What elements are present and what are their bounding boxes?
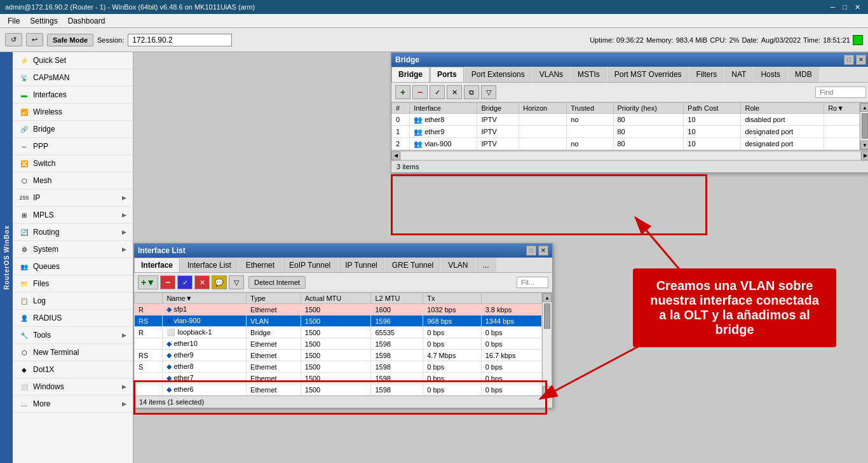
bridge-tab-ports[interactable]: Ports bbox=[430, 67, 464, 82]
sidebar-item-tools[interactable]: 🔧 Tools ▶ bbox=[13, 327, 133, 344]
sidebar-item-mesh[interactable]: ⬡ Mesh bbox=[13, 172, 133, 190]
sidebar-item-system[interactable]: ⚙ System ▶ bbox=[13, 241, 133, 258]
sidebar-label-tools: Tools bbox=[33, 331, 51, 340]
iface-table-row[interactable]: R◆ sfp1Ethernet150016001032 bps3.8 kbps bbox=[135, 304, 542, 315]
iface-table-row[interactable]: ◆ ether7Ethernet150015980 bps0 bps bbox=[135, 373, 542, 384]
sidebar-item-queues[interactable]: 👥 Queues bbox=[13, 258, 133, 275]
sidebar-item-files[interactable]: 📁 Files bbox=[13, 275, 133, 293]
bridge-scrollbar[interactable]: ▲ ▼ bbox=[860, 102, 868, 150]
sidebar-item-bridge[interactable]: 🔗 Bridge bbox=[13, 121, 133, 138]
sidebar-item-interfaces[interactable]: ▬ Interfaces bbox=[13, 86, 133, 104]
iface-scroll-up[interactable]: ▲ bbox=[543, 293, 552, 302]
iface-table-row[interactable]: RS◆ vlan-900VLAN15001596968 bps1344 bps bbox=[135, 315, 542, 327]
bridge-tab-mdb[interactable]: MDB bbox=[788, 67, 819, 82]
iface-table-row[interactable]: S◆ ether8Ethernet150015980 bps0 bps bbox=[135, 361, 542, 373]
iface-cell-flag bbox=[135, 384, 163, 396]
title-bar-controls[interactable]: ─ □ ✕ bbox=[828, 3, 863, 11]
back-button[interactable]: ↩ bbox=[26, 33, 43, 46]
iface-tab-eoip[interactable]: EoIP Tunnel bbox=[282, 258, 337, 272]
iface-table-row[interactable]: ◆ ether6Ethernet150015980 bps0 bps bbox=[135, 384, 542, 396]
bridge-tab-mstis[interactable]: MSTIs bbox=[571, 67, 607, 82]
bridge-tab-port-mst[interactable]: Port MST Overrides bbox=[607, 67, 689, 82]
iface-tab-more[interactable]: ... bbox=[476, 258, 496, 272]
bridge-h-scroll-right[interactable]: ▶ bbox=[861, 151, 868, 160]
sidebar-item-switch[interactable]: 🔀 Switch bbox=[13, 155, 133, 172]
iface-remove-button[interactable]: − bbox=[160, 275, 175, 289]
bridge-scroll-down[interactable]: ▼ bbox=[860, 141, 868, 149]
bridge-tab-filters[interactable]: Filters bbox=[689, 67, 724, 82]
iface-tab-vlan[interactable]: VLAN bbox=[441, 258, 475, 272]
sidebar-item-routing[interactable]: 🔄 Routing ▶ bbox=[13, 224, 133, 241]
iface-tabs: Interface Interface List Ethernet EoIP T… bbox=[134, 258, 552, 273]
sidebar-item-mpls[interactable]: ⊞ MPLS ▶ bbox=[13, 207, 133, 224]
bridge-h-scroll-track[interactable] bbox=[401, 152, 860, 160]
bridge-table-row[interactable]: 2👥 vlan-900IPTVno8010designated port bbox=[392, 138, 860, 150]
bridge-find-input[interactable] bbox=[815, 86, 866, 98]
iface-scrollbar[interactable]: ▲ ▼ bbox=[542, 293, 552, 396]
menu-dashboard[interactable]: Dashboard bbox=[63, 15, 111, 27]
sidebar-item-radius[interactable]: 👤 RADIUS bbox=[13, 310, 133, 327]
iface-table-row[interactable]: RS◆ ether9Ethernet150015984.7 Mbps16.7 k… bbox=[135, 350, 542, 361]
sidebar-item-more[interactable]: … More ▶ bbox=[13, 396, 133, 413]
bridge-filter-button[interactable]: ▽ bbox=[481, 85, 496, 99]
bridge-table-row[interactable]: 1👥 ether9IPTV8010designated port bbox=[392, 126, 860, 138]
iface-add-button[interactable]: +▼ bbox=[138, 275, 158, 289]
bridge-tab-vlans[interactable]: VLANs bbox=[532, 67, 570, 82]
bridge-tab-hosts[interactable]: Hosts bbox=[754, 67, 787, 82]
bridge-scroll-track[interactable] bbox=[860, 112, 868, 141]
iface-find-input[interactable] bbox=[517, 277, 548, 288]
iface-tab-ip-tunnel[interactable]: IP Tunnel bbox=[338, 258, 384, 272]
iface-tab-interface-list[interactable]: Interface List bbox=[180, 258, 238, 272]
iface-window-controls[interactable]: □ ✕ bbox=[526, 245, 548, 256]
bridge-copy-button[interactable]: ⧉ bbox=[464, 85, 479, 99]
iface-table-wrap[interactable]: Name▼ Type Actual MTU L2 MTU Tx R◆ sfp1E… bbox=[134, 293, 542, 396]
bridge-window-close[interactable]: ✕ bbox=[856, 55, 866, 65]
sidebar-item-new-terminal[interactable]: ⬡ New Terminal bbox=[13, 344, 133, 361]
iface-table-row[interactable]: R⬜ loopback-1Bridge1500655350 bps0 bps bbox=[135, 327, 542, 338]
sidebar-item-dot1x[interactable]: ◆ Dot1X bbox=[13, 361, 133, 378]
sidebar-item-quick-set[interactable]: ⚡ Quick Set bbox=[13, 52, 133, 69]
safe-mode-button[interactable]: Safe Mode bbox=[47, 34, 93, 46]
bridge-x-button[interactable]: ✕ bbox=[447, 85, 462, 99]
minimize-button[interactable]: ─ bbox=[828, 3, 838, 11]
iface-tab-interface[interactable]: Interface bbox=[134, 258, 180, 272]
bridge-col-horizon: Horizon bbox=[519, 103, 567, 114]
bridge-add-button[interactable]: + bbox=[395, 85, 410, 99]
restore-button[interactable]: □ bbox=[840, 3, 850, 11]
session-input[interactable] bbox=[128, 34, 232, 46]
iface-tab-gre[interactable]: GRE Tunnel bbox=[385, 258, 440, 272]
bridge-remove-button[interactable]: − bbox=[412, 85, 428, 99]
bridge-check-button[interactable]: ✓ bbox=[430, 85, 445, 99]
sidebar-item-windows[interactable]: ⬜ Windows ▶ bbox=[13, 378, 133, 396]
bridge-scroll-up[interactable]: ▲ bbox=[860, 103, 868, 112]
bridge-table-wrap[interactable]: # Interface Bridge Horizon Trusted Prior… bbox=[391, 102, 860, 150]
iface-check-button[interactable]: ✓ bbox=[177, 275, 193, 289]
menu-file[interactable]: File bbox=[3, 15, 25, 27]
iface-table-row[interactable]: ◆ ether10Ethernet150015980 bps0 bps bbox=[135, 338, 542, 350]
close-button[interactable]: ✕ bbox=[852, 3, 863, 11]
iface-comment-button[interactable]: 💬 bbox=[212, 275, 227, 289]
bridge-tab-port-extensions[interactable]: Port Extensions bbox=[465, 67, 532, 82]
sidebar-item-wireless[interactable]: 📶 Wireless bbox=[13, 104, 133, 121]
bridge-window-restore[interactable]: □ bbox=[844, 55, 854, 65]
iface-scroll-track[interactable] bbox=[543, 302, 552, 386]
detect-internet-button[interactable]: Detect Internet bbox=[248, 276, 306, 289]
bridge-table-row[interactable]: 0👥 ether8IPTVno8010disabled port bbox=[392, 114, 860, 126]
sidebar-item-capsman[interactable]: 📡 CAPsMAN bbox=[13, 69, 133, 86]
refresh-button[interactable]: ↺ bbox=[5, 33, 22, 46]
bridge-h-scrollbar[interactable]: ◀ ▶ bbox=[391, 150, 868, 160]
iface-x-button[interactable]: ✕ bbox=[194, 275, 210, 289]
bridge-window-controls[interactable]: □ ✕ bbox=[844, 55, 866, 65]
iface-tab-ethernet[interactable]: Ethernet bbox=[239, 258, 281, 272]
sidebar-item-log[interactable]: 📋 Log bbox=[13, 293, 133, 310]
bridge-tab-nat[interactable]: NAT bbox=[724, 67, 753, 82]
iface-window-restore[interactable]: □ bbox=[526, 245, 536, 256]
iface-scroll-down[interactable]: ▼ bbox=[543, 386, 552, 395]
iface-filter-button[interactable]: ▽ bbox=[229, 275, 244, 289]
sidebar-item-ppp[interactable]: ↔ PPP bbox=[13, 138, 133, 155]
iface-window-close[interactable]: ✕ bbox=[538, 245, 548, 256]
sidebar-item-ip[interactable]: 255 IP ▶ bbox=[13, 190, 133, 207]
bridge-tab-bridge[interactable]: Bridge bbox=[391, 67, 430, 82]
bridge-h-scroll-left[interactable]: ◀ bbox=[391, 151, 400, 160]
menu-settings[interactable]: Settings bbox=[25, 15, 62, 27]
